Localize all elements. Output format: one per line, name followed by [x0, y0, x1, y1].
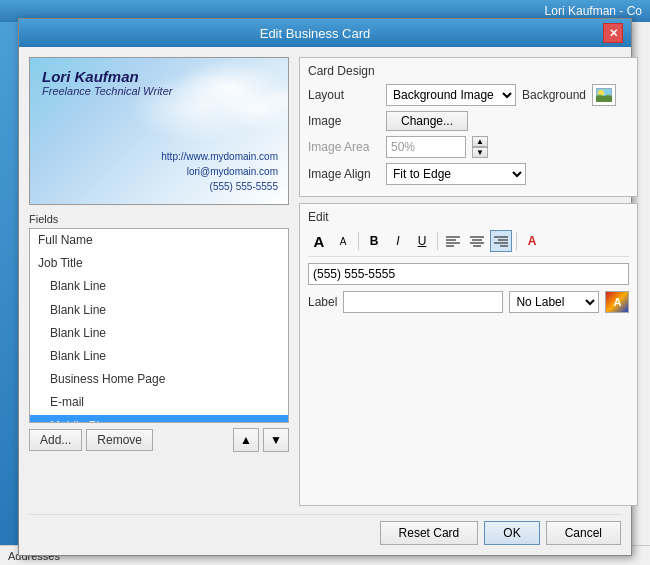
fields-list[interactable]: Full NameJob TitleBlank LineBlank LineBl… [29, 228, 289, 423]
background-image-button[interactable] [592, 84, 616, 106]
bold-button[interactable]: B [363, 230, 385, 252]
font-color-button[interactable]: A [521, 230, 543, 252]
edit-business-card-dialog: Edit Business Card ✕ Lori Kaufman Freela… [18, 18, 632, 556]
dialog-titlebar: Edit Business Card ✕ [19, 19, 631, 47]
card-email: lori@mydomain.com [161, 164, 278, 179]
label-color-button[interactable]: A [605, 291, 629, 313]
label-label: Label [308, 295, 337, 309]
edit-text-input[interactable] [308, 263, 629, 285]
image-align-label: Image Align [308, 167, 380, 181]
toolbar-separator-1 [358, 232, 359, 250]
card-design-section: Card Design Layout Background Image Text… [299, 57, 638, 197]
list-item[interactable]: Mobile Phone [30, 415, 288, 424]
layout-select[interactable]: Background Image Text Only Image Left Im… [386, 84, 516, 106]
list-item[interactable]: Blank Line [30, 275, 288, 298]
left-panel: Lori Kaufman Freelance Technical Writer … [29, 57, 289, 506]
cancel-button[interactable]: Cancel [546, 521, 621, 545]
add-field-button[interactable]: Add... [29, 429, 82, 451]
list-item[interactable]: Business Home Page [30, 368, 288, 391]
label-row: Label No Label Custom Phone Mobile Fax E… [308, 291, 629, 313]
dialog-footer: Reset Card OK Cancel [29, 514, 621, 545]
image-area-row: Image Area ▲ ▼ [308, 136, 629, 158]
edit-toolbar: A A B I U [308, 230, 629, 257]
svg-rect-1 [596, 96, 612, 102]
image-area-label: Image Area [308, 140, 380, 154]
right-panel: Card Design Layout Background Image Text… [299, 57, 638, 506]
list-item[interactable]: E-mail [30, 391, 288, 414]
no-label-select[interactable]: No Label Custom Phone Mobile Fax Email U… [509, 291, 599, 313]
change-image-button[interactable]: Change... [386, 111, 468, 131]
layout-label: Layout [308, 88, 380, 102]
app-title: Lori Kaufman - Co [545, 4, 642, 18]
move-down-button[interactable]: ▼ [263, 428, 289, 452]
align-left-button[interactable] [442, 230, 464, 252]
card-job-title: Freelance Technical Writer [42, 85, 276, 97]
card-design-title: Card Design [308, 64, 629, 78]
list-item[interactable]: Full Name [30, 229, 288, 252]
toolbar-separator-2 [437, 232, 438, 250]
spin-down-button[interactable]: ▼ [472, 147, 488, 158]
card-content: Lori Kaufman Freelance Technical Writer [30, 58, 288, 111]
align-right-button[interactable] [490, 230, 512, 252]
card-website: http://www.mydomain.com [161, 149, 278, 164]
image-align-row: Image Align Fit to Edge Stretch Center T… [308, 163, 629, 185]
list-item[interactable]: Job Title [30, 252, 288, 275]
list-item[interactable]: Blank Line [30, 345, 288, 368]
fields-label: Fields [29, 213, 289, 225]
align-center-button[interactable] [466, 230, 488, 252]
app-sidebar [0, 22, 18, 545]
card-contact: http://www.mydomain.com lori@mydomain.co… [161, 149, 278, 194]
fields-buttons: Add... Remove ▲ ▼ [29, 428, 289, 452]
fields-section: Fields Full NameJob TitleBlank LineBlank… [29, 213, 289, 506]
underline-button[interactable]: U [411, 230, 433, 252]
dialog-body: Lori Kaufman Freelance Technical Writer … [19, 47, 631, 555]
dialog-content: Lori Kaufman Freelance Technical Writer … [29, 57, 621, 506]
card-name: Lori Kaufman [42, 68, 276, 85]
ok-button[interactable]: OK [484, 521, 539, 545]
toolbar-separator-3 [516, 232, 517, 250]
increase-font-button[interactable]: A [308, 230, 330, 252]
edit-title: Edit [308, 210, 629, 224]
layout-row: Layout Background Image Text Only Image … [308, 84, 629, 106]
list-item[interactable]: Blank Line [30, 299, 288, 322]
image-align-select[interactable]: Fit to Edge Stretch Center Tile [386, 163, 526, 185]
image-row: Image Change... [308, 111, 629, 131]
background-label: Background [522, 88, 586, 102]
list-item[interactable]: Blank Line [30, 322, 288, 345]
spin-up-button[interactable]: ▲ [472, 136, 488, 147]
card-phone: (555) 555-5555 [161, 179, 278, 194]
edit-section: Edit A A B I U [299, 203, 638, 506]
image-label: Image [308, 114, 380, 128]
image-area-input[interactable] [386, 136, 466, 158]
card-preview: Lori Kaufman Freelance Technical Writer … [29, 57, 289, 205]
dialog-close-button[interactable]: ✕ [603, 23, 623, 43]
italic-button[interactable]: I [387, 230, 409, 252]
dialog-title: Edit Business Card [27, 26, 603, 41]
label-input[interactable] [343, 291, 503, 313]
reset-card-button[interactable]: Reset Card [380, 521, 479, 545]
image-area-spinner: ▲ ▼ [472, 136, 488, 158]
decrease-font-button[interactable]: A [332, 230, 354, 252]
move-up-button[interactable]: ▲ [233, 428, 259, 452]
remove-field-button[interactable]: Remove [86, 429, 153, 451]
